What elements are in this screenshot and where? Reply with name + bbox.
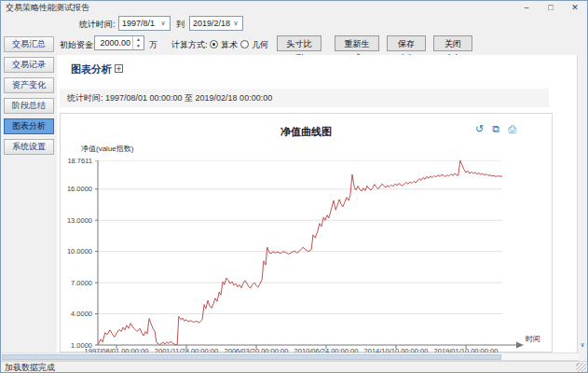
- y-tick-label: 4.0000: [71, 310, 92, 318]
- date-to-value: 2019/2/18: [193, 19, 230, 28]
- initial-capital-value: 2000.00: [100, 38, 130, 48]
- sidebar-item-system-settings[interactable]: 系统设置: [4, 139, 54, 155]
- section-title: 图表分析+: [71, 62, 123, 76]
- resize-grip[interactable]: [576, 363, 586, 373]
- unit-label: 万: [149, 39, 157, 51]
- sidebar-item-trade-summary[interactable]: 交易汇总: [4, 36, 54, 52]
- calc-method-label: 计算方式:: [171, 39, 208, 51]
- vertical-scrollbar[interactable]: ∨: [577, 55, 587, 352]
- position-ratio-button[interactable]: 头寸比例: [277, 35, 321, 51]
- y-tick-label: 10.0000: [67, 247, 92, 256]
- to-label: 到: [176, 19, 185, 31]
- horizontal-scrollbar[interactable]: [1, 352, 579, 361]
- sidebar-item-stage-summary[interactable]: 阶段总结: [4, 98, 54, 114]
- radio-arithmetic-label: 算术: [221, 39, 238, 51]
- radio-geometric[interactable]: [240, 40, 249, 48]
- chevron-down-icon: ∨: [230, 17, 241, 30]
- radio-arithmetic[interactable]: [210, 40, 218, 48]
- initial-capital-label: 初始资金:: [60, 39, 96, 51]
- chevron-down-icon: ∨: [157, 17, 169, 30]
- net-value-line-chart: [95, 160, 528, 352]
- date-to-select[interactable]: 2019/2/18 ∨: [189, 16, 243, 31]
- stat-time-label: 统计时间:: [79, 19, 116, 31]
- y-tick-label: 16.0000: [67, 185, 92, 193]
- title-bar: 交易策略性能测试报告 – □ ✕: [1, 1, 587, 15]
- date-from-value: 1997/8/1: [122, 19, 155, 28]
- scroll-down-icon[interactable]: ∨: [578, 341, 587, 349]
- save-button[interactable]: 保存(S): [387, 35, 426, 51]
- date-from-select[interactable]: 1997/8/1 ∨: [118, 16, 171, 31]
- y-tick-label: 18.7611: [67, 157, 92, 165]
- initial-capital-input[interactable]: 2000.00 ▲▼: [94, 35, 144, 50]
- y-tick-label: 7.0000: [71, 279, 92, 287]
- sidebar-item-trade-records[interactable]: 交易记录: [4, 57, 54, 73]
- status-bar: 加载数据完成: [1, 361, 587, 373]
- stat-range-text: 统计时间: 1997/08/01 00:00:00 至 2019/02/18 0…: [60, 89, 549, 107]
- chart-toolbar: ↺ ⧉ ⎙: [470, 123, 516, 135]
- y-tick-label: 13.0000: [67, 216, 92, 225]
- export-image-icon[interactable]: ⧉: [492, 123, 499, 134]
- x-axis-title: 时间: [526, 334, 540, 344]
- chart-panel: 净值曲线图 ↺ ⧉ ⎙ 净值(value指数) 1.00004.00007.00…: [60, 113, 553, 352]
- regenerate-button[interactable]: 重新生成: [335, 35, 379, 51]
- window-title: 交易策略性能测试报告: [6, 2, 89, 14]
- horizontal-scrollbar-thumb[interactable]: [2, 354, 501, 360]
- close-report-button[interactable]: 关闭(X): [433, 35, 472, 51]
- sidebar-item-asset-change[interactable]: 资产变化: [4, 77, 54, 93]
- status-text: 加载数据完成: [5, 363, 55, 372]
- toolbar: 统计时间: 1997/8/1 ∨ 到 2019/2/18 ∨ 初始资金: 200…: [1, 15, 587, 55]
- expand-plus-icon[interactable]: +: [115, 64, 123, 73]
- y-axis-labels: 1.00004.00007.000010.000013.000016.00001…: [61, 114, 94, 353]
- close-button[interactable]: ✕: [563, 1, 587, 15]
- maximize-button[interactable]: □: [539, 1, 563, 15]
- section-title-text: 图表分析: [71, 63, 112, 75]
- undo-icon[interactable]: ↺: [475, 123, 484, 134]
- radio-geometric-label: 几何: [252, 39, 268, 51]
- sidebar: 交易汇总 交易记录 资产变化 阶段总结 图表分析 系统设置: [1, 29, 57, 353]
- main-content: 图表分析+ 统计时间: 1997/08/01 00:00:00 至 2019/0…: [57, 55, 579, 352]
- minimize-button[interactable]: –: [514, 1, 539, 15]
- print-icon[interactable]: ⎙: [508, 123, 516, 134]
- sidebar-item-chart-analysis[interactable]: 图表分析: [4, 118, 54, 134]
- app-window: 交易策略性能测试报告 – □ ✕ 统计时间: 1997/8/1 ∨ 到 2019…: [0, 0, 588, 373]
- spinner-arrows-icon[interactable]: ▲▼: [132, 36, 144, 49]
